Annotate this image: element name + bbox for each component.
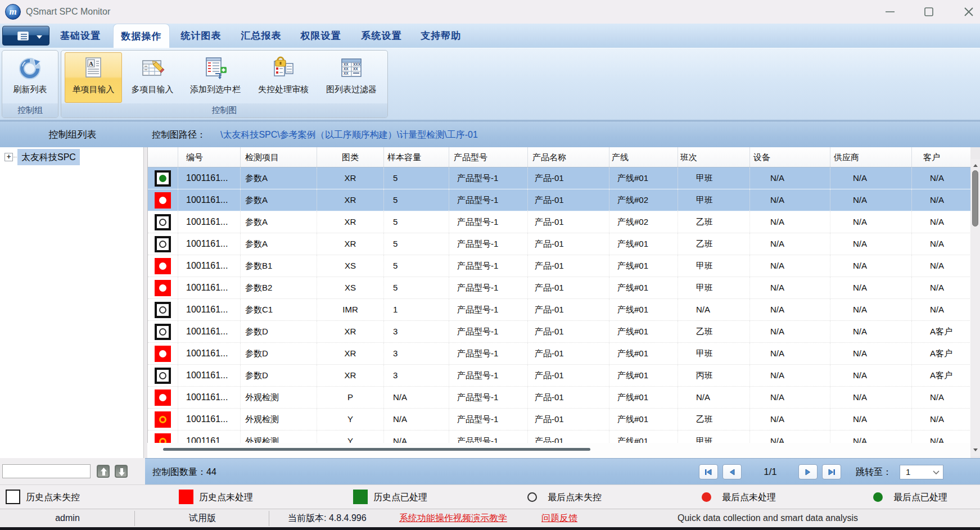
maximize-button[interactable] xyxy=(920,3,938,21)
table-row[interactable]: 1001161...参数AXR5产品型号-1产品-01产线#01乙班N/AN/A… xyxy=(148,233,970,255)
column-header[interactable]: 产品名称 xyxy=(528,147,609,167)
column-header[interactable]: 检测项目 xyxy=(241,147,317,167)
table-row[interactable]: 1001161...参数AXR5产品型号-1产品-01产线#02乙班N/AN/A… xyxy=(148,211,970,233)
tab-5[interactable]: 权限设置 xyxy=(295,24,346,48)
cell: N/A xyxy=(912,167,970,189)
tab-7[interactable]: 支持帮助 xyxy=(414,24,467,48)
cell: N/A xyxy=(750,211,830,233)
row-status-cell xyxy=(148,409,178,430)
table-row[interactable]: 1001161...参数B1XS5产品型号-1产品-01产线#01甲班N/AN/… xyxy=(148,255,970,277)
ribbon-button-add-to-selected[interactable]: 添加到选中栏 xyxy=(182,52,249,103)
cell: A客户 xyxy=(912,321,970,342)
cell: N/A xyxy=(912,387,970,408)
minimize-button[interactable] xyxy=(881,3,899,21)
tab-2[interactable]: 数据操作 xyxy=(113,24,170,48)
cell: 甲班 xyxy=(678,189,750,211)
vertical-scrollbar[interactable] xyxy=(971,159,980,456)
application-menu-button[interactable] xyxy=(2,26,49,46)
scroll-up-icon xyxy=(972,162,979,169)
ribbon-button-ooc-audit[interactable]: 失控处理审核 xyxy=(250,52,317,103)
table-row[interactable]: 1001161...参数DXR3产品型号-1产品-01产线#01乙班N/AN/A… xyxy=(148,321,970,343)
ooc-audit-icon xyxy=(271,56,296,80)
column-header[interactable]: 供应商 xyxy=(830,147,912,167)
column-header[interactable]: 图类 xyxy=(317,147,384,167)
cell: N/A xyxy=(384,387,449,408)
status-dot xyxy=(159,306,166,314)
status-dot xyxy=(159,438,166,443)
cell: 参数B2 xyxy=(241,277,317,298)
vertical-scrollbar-thumb[interactable] xyxy=(972,170,978,227)
search-down-button[interactable] xyxy=(115,465,128,478)
table-row[interactable]: 1001161...外观检测YN/A产品型号-1产品-01产线#01乙班N/AN… xyxy=(148,409,970,431)
ribbon-button-refresh[interactable]: 刷新列表 xyxy=(3,52,57,103)
cell: 产品型号-1 xyxy=(449,167,528,189)
ribbon-button-single-entry[interactable]: A 单项目输入 xyxy=(65,52,122,103)
row-status-cell xyxy=(148,299,178,320)
video-tutorial-link[interactable]: 系统功能操作视频演示教学 xyxy=(399,509,507,528)
cell: 产线#01 xyxy=(609,167,678,189)
cell: Y xyxy=(317,431,384,443)
close-button[interactable] xyxy=(960,3,978,21)
cell: 1001161... xyxy=(178,299,241,320)
row-status-cell xyxy=(148,233,178,255)
column-header[interactable]: 客户 xyxy=(912,147,970,167)
window-title: QSmart SPC Monitor xyxy=(26,0,110,24)
table-row[interactable]: 1001161...参数B2XS5产品型号-1产品-01产线#01甲班N/AN/… xyxy=(148,277,970,299)
status-dot xyxy=(159,284,166,292)
cell: N/A xyxy=(830,277,912,298)
column-header-status[interactable] xyxy=(148,147,178,167)
white-green-dot-status-icon xyxy=(155,170,171,187)
first-page-button[interactable] xyxy=(699,464,718,479)
previous-page-button[interactable] xyxy=(722,464,742,479)
tree-node-root[interactable]: 太友科技SPC xyxy=(17,149,80,165)
search-up-button[interactable] xyxy=(97,465,110,478)
cell: 1001161... xyxy=(178,409,241,430)
tree-expand-icon[interactable]: + xyxy=(4,153,13,161)
column-header[interactable]: 设备 xyxy=(750,147,830,167)
last-page-button[interactable] xyxy=(822,464,841,479)
table-row[interactable]: 1001161...参数AXR5产品型号-1产品-01产线#01甲班N/AN/A… xyxy=(148,167,970,189)
ribbon-button-chart-filter[interactable]: XXXXXXXXXXX 图列表过滤器 xyxy=(318,52,385,103)
cell: XR xyxy=(317,167,384,189)
cell: 产品-01 xyxy=(528,299,609,320)
svg-text:A: A xyxy=(89,60,93,67)
cell: 产品型号-1 xyxy=(449,387,528,408)
cell: 产品-01 xyxy=(528,321,609,342)
tab-1[interactable]: 基础设置 xyxy=(54,24,107,48)
table-row[interactable]: 1001161...外观检测YN/A产品型号-1产品-01产线#01甲班N/AN… xyxy=(148,431,970,443)
cell: N/A xyxy=(830,321,912,342)
cell: XR xyxy=(317,233,384,255)
tree-search-input[interactable] xyxy=(2,464,91,478)
cell: A客户 xyxy=(912,343,970,364)
table-row[interactable]: 1001161...参数AXR5产品型号-1产品-01产线#02甲班N/AN/A… xyxy=(148,189,970,211)
table-row[interactable]: 1001161...外观检测PN/A产品型号-1产品-01产线#01N/AN/A… xyxy=(148,387,970,409)
refresh-icon xyxy=(18,56,43,80)
column-header[interactable]: 产线 xyxy=(609,147,678,167)
column-header[interactable]: 样本容量 xyxy=(384,147,449,167)
tab-4[interactable]: 汇总报表 xyxy=(235,24,287,48)
feedback-link[interactable]: 问题反馈 xyxy=(541,509,577,528)
cell: 5 xyxy=(384,167,449,189)
column-header[interactable]: 编号 xyxy=(178,147,241,167)
next-page-button[interactable] xyxy=(798,464,818,479)
cell: 产品型号-1 xyxy=(449,321,528,342)
ribbon-button-multi-entry[interactable]: 多项目输入 xyxy=(124,52,180,103)
goto-page-select[interactable]: 1 xyxy=(900,465,943,479)
cell: N/A xyxy=(830,365,912,386)
table-row[interactable]: 1001161...参数C1IMR1产品型号-1产品-01产线#01N/AN/A… xyxy=(148,299,970,321)
horizontal-scrollbar-thumb[interactable] xyxy=(163,448,590,451)
horizontal-scrollbar[interactable] xyxy=(147,443,970,458)
table-row[interactable]: 1001161...参数DXR3产品型号-1产品-01产线#01甲班N/AN/A… xyxy=(148,343,970,365)
panel-header-band: 控制组列表 控制图路径： \太友科技SPC\参考案例（以工序顺序构建）\计量型检… xyxy=(0,121,980,147)
svg-text:XX: XX xyxy=(344,62,349,66)
legend-label: 最后点未处理 xyxy=(722,485,776,509)
column-header[interactable]: 产品型号 xyxy=(449,147,528,167)
tab-3[interactable]: 统计图表 xyxy=(175,24,227,48)
row-status-cell xyxy=(148,365,178,386)
cell: N/A xyxy=(830,409,912,430)
tab-6[interactable]: 系统设置 xyxy=(356,24,407,48)
column-header[interactable]: 班次 xyxy=(678,147,750,167)
table-row[interactable]: 1001161...参数DXR3产品型号-1产品-01产线#01丙班N/AN/A… xyxy=(148,365,970,387)
red-white-dot-status-icon xyxy=(155,192,171,209)
cell: 产品型号-1 xyxy=(449,299,528,320)
